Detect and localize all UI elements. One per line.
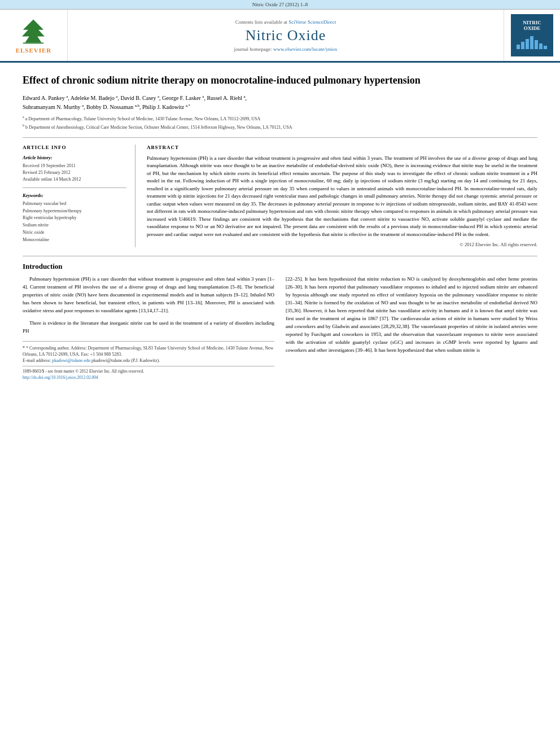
abstract-heading: ABSTRACT <box>147 145 537 150</box>
svg-rect-3 <box>517 45 520 49</box>
available-date: Available online 14 March 2012 <box>23 176 126 183</box>
history-dates: Received 19 September 2011 Revised 25 Fe… <box>23 163 126 183</box>
introduction-heading: Introduction <box>23 262 537 271</box>
received-date: Received 19 September 2011 <box>23 163 126 169</box>
abstract-col: ABSTRACT Pulmonary hypertension (PH) is … <box>147 145 537 248</box>
footnote-star: * * Corresponding author. Address: Depar… <box>23 345 274 357</box>
article-title: Effect of chronic sodium nitrite therapy… <box>23 74 537 87</box>
keyword-2: Pulmonary hypertension/therapy <box>23 208 126 215</box>
svg-rect-4 <box>521 42 524 49</box>
sciverse-link[interactable]: SciVerse ScienceDirect <box>288 19 336 25</box>
article-info-heading: ARTICLE INFO <box>23 145 126 150</box>
svg-rect-2 <box>23 42 43 43</box>
journal-logo-title: NITRICOXIDE <box>523 20 541 32</box>
revised-date: Revised 25 February 2012 <box>23 169 126 176</box>
email-link[interactable]: pkadowi@tulane.edu <box>52 358 90 363</box>
svg-marker-1 <box>22 20 45 43</box>
svg-rect-6 <box>530 36 533 49</box>
elsevier-logo-area: ELSEVIER <box>0 10 68 61</box>
journal-header: ELSEVIER Contents lists available at Sci… <box>0 10 560 63</box>
journal-citation: Nitric Oxide 27 (2012) 1–8 <box>252 2 308 7</box>
footnote-email: E-mail address: pkadowi@tulane.edu pkado… <box>23 357 274 364</box>
svg-rect-8 <box>539 43 542 49</box>
footer-issn: 1089-8603/$ - see front matter © 2012 El… <box>23 369 274 375</box>
journal-url[interactable]: www.elsevier.com/locate/yniox <box>273 46 337 52</box>
intro-para-2: There is evidence in the literature that… <box>23 320 274 335</box>
history-label: Article history: <box>23 155 126 160</box>
body-two-col: Pulmonary hypertension (PH) is a rare di… <box>23 276 537 381</box>
introduction-section: Introduction Pulmonary hypertension (PH)… <box>23 256 537 381</box>
abstract-text: Pulmonary hypertension (PH) is a rare di… <box>147 155 537 239</box>
svg-rect-5 <box>526 39 529 49</box>
footer-bar: 1089-8603/$ - see front matter © 2012 El… <box>23 366 274 381</box>
journal-title: Nitric Oxide <box>246 27 326 44</box>
footnote-area: * * Corresponding author. Address: Depar… <box>23 341 274 364</box>
elsevier-wordmark: ELSEVIER <box>16 47 52 54</box>
authors-line: Edward A. Pankey a, Adeleke M. Badejo a,… <box>23 94 537 111</box>
keywords-label: Keywords: <box>23 193 126 198</box>
keyword-3: Right ventricular hypertrophy <box>23 215 126 222</box>
elsevier-logo: ELSEVIER <box>16 17 52 54</box>
journal-center-header: Contents lists available at SciVerse Sci… <box>68 10 504 61</box>
affiliation-2: b b Department of Anesthesiology, Critic… <box>23 123 537 130</box>
article-content: Effect of chronic sodium nitrite therapy… <box>0 63 560 392</box>
keywords-list: Pulmonary vascular bed Pulmonary hyperte… <box>23 200 126 244</box>
info-divider <box>23 187 126 188</box>
body-col-right: [22–25]. It has been hypothesized that n… <box>286 276 537 381</box>
keyword-6: Monocrotaline <box>23 237 126 244</box>
doi-link[interactable]: http://dx.doi.org/10.1016/j.niox.2012.02… <box>23 375 98 380</box>
svg-rect-7 <box>535 40 538 49</box>
journal-logo-chart-icon <box>515 33 549 50</box>
svg-rect-9 <box>544 46 547 49</box>
keyword-1: Pulmonary vascular bed <box>23 200 126 208</box>
affiliations: a a Department of Pharmacology, Tulane U… <box>23 115 537 130</box>
intro-para-1: Pulmonary hypertension (PH) is a rare di… <box>23 276 274 315</box>
journal-logo-box: NITRICOXIDE <box>511 14 553 56</box>
keyword-5: Nitric oxide <box>23 229 126 237</box>
journal-logo-area: NITRICOXIDE <box>504 10 560 61</box>
top-bar: Nitric Oxide 27 (2012) 1–8 <box>0 0 560 10</box>
journal-homepage: journal homepage: www.elsevier.com/locat… <box>234 46 338 52</box>
intro-para-right-1: [22–25]. It has been hypothesized that n… <box>286 276 537 354</box>
elsevier-tree-icon <box>16 17 50 45</box>
body-col-left: Pulmonary hypertension (PH) is a rare di… <box>23 276 274 381</box>
sciverse-line: Contents lists available at SciVerse Sci… <box>235 19 336 25</box>
keyword-4: Sodium nitrite <box>23 222 126 229</box>
copyright-line: © 2012 Elsevier Inc. All rights reserved… <box>147 242 537 247</box>
article-info-col: ARTICLE INFO Article history: Received 1… <box>23 145 135 248</box>
info-abstract-section: ARTICLE INFO Article history: Received 1… <box>23 137 537 248</box>
affiliation-1: a a Department of Pharmacology, Tulane U… <box>23 115 537 122</box>
footer-doi: http://dx.doi.org/10.1016/j.niox.2012.02… <box>23 375 274 381</box>
